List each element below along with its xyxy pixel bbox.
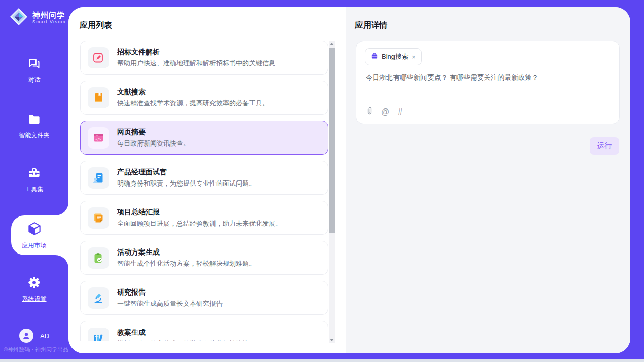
app-card-title: 活动方案生成 [117, 248, 256, 257]
app-detail-panel: 应用详情 Bing搜索 × 今日湖北有哪些新闻要点？ 有哪些需要关注的最新政策？ [346, 7, 630, 353]
microscope-icon [88, 287, 109, 309]
sidebar-item-app-market[interactable]: 应用市场 [0, 221, 68, 250]
app-card-title: 项目总结汇报 [117, 208, 282, 217]
app-card-title: 研究报告 [117, 288, 223, 297]
app-detail-title: 应用详情 [355, 20, 387, 31]
sidebar-item-toolset[interactable]: 工具集 [0, 166, 68, 194]
app-card-desc: 明确身份和职责，为您提供专业性的面试问题。 [117, 179, 256, 188]
close-icon[interactable]: × [412, 54, 416, 60]
app-card-lesson-plan[interactable]: 教案生成 模板驱动，教案秒成，教学准备从此轻松快捷 [80, 321, 328, 341]
app-list-scrollbar[interactable] [329, 41, 335, 343]
app-list-title: 应用列表 [80, 20, 112, 31]
sidebar-item-chat[interactable]: 对话 [0, 57, 68, 84]
document-person-icon [88, 167, 109, 189]
copyright-text: ©神州数码 · 神州问学出品 [4, 346, 68, 353]
gem-logo-icon [9, 7, 28, 28]
sidebar-item-label: 智能文件夹 [19, 131, 50, 140]
main-content: 应用列表 招标文件解析 帮助用户快速、准确地理解和解析招标书中的关键信息 [68, 7, 630, 353]
cube-icon [27, 221, 42, 238]
window-bottom-edge [0, 359, 644, 362]
sidebar-item-label: 系统设置 [22, 295, 47, 303]
sidebar: 神州问学 Smart Vision 对话 [0, 0, 68, 362]
user-name: AD [40, 332, 49, 340]
prompt-card: Bing搜索 × 今日湖北有哪些新闻要点？ 有哪些需要关注的最新政策？ @ # [356, 41, 620, 124]
app-list-panel: 应用列表 招标文件解析 帮助用户快速、准确地理解和解析招标书中的关键信息 [68, 7, 346, 353]
app-window: 神州问学 Smart Vision 对话 [0, 0, 644, 362]
app-card-literature-search[interactable]: 文献搜索 快速精准查找学术资源，提高研究效率的必备工具。 [80, 81, 328, 115]
app-card-title: 网页摘要 [117, 128, 190, 137]
book-icon [88, 87, 109, 108]
composer-toolbar: @ # [366, 106, 402, 117]
app-card-desc: 智能生成个性化活动方案，轻松解决规划难题。 [117, 259, 256, 268]
hash-icon[interactable]: # [398, 107, 402, 117]
app-card-desc: 帮助用户快速、准确地理解和解析招标书中的关键信息 [117, 59, 275, 68]
briefcase-icon [371, 52, 378, 61]
app-card-title: 教案生成 [117, 328, 249, 337]
app-logo: 神州问学 Smart Vision [9, 7, 66, 28]
toolbox-icon [27, 166, 41, 182]
sidebar-item-label: 工具集 [25, 185, 44, 194]
books-icon [88, 328, 109, 341]
svg-text:</>: </> [95, 137, 101, 141]
app-card-desc: 一键智能生成高质量长文本研究报告 [117, 299, 223, 308]
app-card-bid-document-parsing[interactable]: 招标文件解析 帮助用户快速、准确地理解和解析招标书中的关键信息 [80, 41, 328, 75]
app-card-desc: 每日政府新闻资讯快查。 [117, 139, 190, 148]
logo-subtitle: Smart Vision [32, 19, 66, 25]
mention-icon[interactable]: @ [381, 107, 389, 117]
app-card-pm-interviewer[interactable]: 产品经理面试官 明确身份和职责，为您提供专业性的面试问题。 [80, 161, 328, 195]
query-text[interactable]: 今日湖北有哪些新闻要点？ 有哪些需要关注的最新政策？ [366, 73, 611, 82]
app-card-event-plan[interactable]: 活动方案生成 智能生成个性化活动方案，轻松解决规划难题。 [80, 241, 328, 275]
app-card-title: 产品经理面试官 [117, 168, 256, 177]
edit-square-icon [88, 47, 109, 68]
app-card-desc: 模板驱动，教案秒成，教学准备从此轻松快捷 [117, 339, 249, 341]
avatar-icon [22, 331, 31, 340]
app-card-web-summary[interactable]: </> 网页摘要 每日政府新闻资讯快查。 [80, 121, 328, 155]
app-card-research-report[interactable]: 研究报告 一键智能生成高质量长文本研究报告 [80, 281, 328, 315]
logo-title: 神州问学 [32, 11, 66, 19]
app-card-title: 招标文件解析 [117, 48, 275, 57]
scrollbar-thumb[interactable] [329, 48, 335, 233]
clipboard-check-icon [88, 247, 109, 269]
app-card-desc: 全面回顾项目进展，总结经验教训，助力未来优化发展。 [117, 219, 282, 228]
tool-chip-label: Bing搜索 [382, 52, 408, 61]
app-card-project-summary[interactable]: 项目总结汇报 全面回顾项目进展，总结经验教训，助力未来优化发展。 [80, 201, 328, 235]
folder-icon [27, 113, 41, 128]
sidebar-item-settings[interactable]: 系统设置 [0, 276, 68, 303]
app-card-desc: 快速精准查找学术资源，提高研究效率的必备工具。 [117, 99, 269, 108]
sticky-note-icon [88, 207, 109, 229]
browser-code-icon: </> [88, 127, 109, 149]
sidebar-item-smart-folder[interactable]: 智能文件夹 [0, 113, 68, 140]
scrollbar-down-arrow[interactable] [329, 337, 335, 343]
tool-chip-bing-search[interactable]: Bing搜索 × [365, 48, 422, 65]
app-card-list: 招标文件解析 帮助用户快速、准确地理解和解析招标书中的关键信息 文献搜索 [80, 41, 328, 341]
sidebar-item-label: 对话 [28, 76, 41, 84]
attachment-icon[interactable] [366, 106, 373, 117]
run-button[interactable]: 运行 [590, 137, 619, 155]
chat-icon [27, 57, 41, 73]
avatar [19, 329, 33, 343]
app-card-title: 文献搜索 [117, 88, 269, 97]
sidebar-item-label: 应用市场 [22, 241, 47, 250]
scrollbar-up-arrow[interactable] [329, 41, 335, 47]
user-account[interactable]: AD [0, 329, 68, 343]
gear-icon [27, 276, 41, 292]
